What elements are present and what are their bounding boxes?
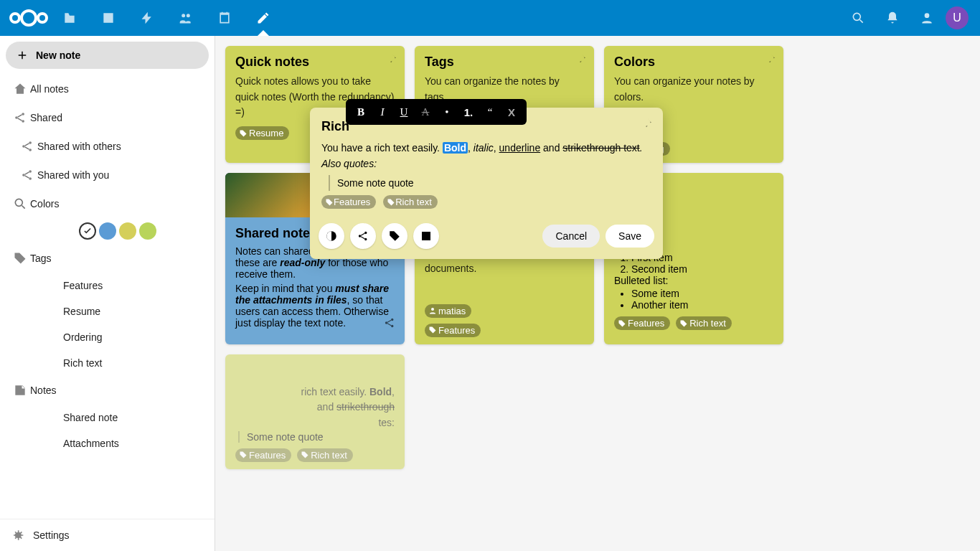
sidebar-all-notes[interactable]: All notes — [0, 75, 215, 103]
tag-chip[interactable]: Features — [425, 324, 481, 337]
svg-point-0 — [11, 14, 19, 22]
sidebar-colors[interactable]: Colors — [0, 189, 215, 218]
tag-chip[interactable]: Rich text — [383, 195, 438, 209]
contacts-menu-icon[interactable] — [911, 0, 943, 36]
list-item: Second item — [631, 263, 773, 275]
user-chip[interactable]: matias — [425, 304, 471, 318]
svg-point-18 — [431, 308, 434, 311]
nav-files[interactable] — [50, 0, 89, 36]
user-avatar[interactable]: U — [946, 6, 969, 29]
sidebar-notes[interactable]: Notes — [0, 376, 215, 405]
svg-point-9 — [29, 141, 32, 144]
search-icon[interactable] — [842, 0, 874, 36]
app-logo[interactable] — [7, 7, 50, 29]
svg-point-22 — [364, 238, 367, 240]
format-toolbar: B I U A • 1. “ X — [346, 99, 527, 125]
share-icon — [10, 110, 30, 125]
save-button[interactable]: Save — [606, 225, 654, 248]
bold-button[interactable]: B — [350, 99, 372, 125]
svg-point-17 — [391, 325, 393, 327]
strike-button[interactable]: A — [415, 99, 436, 125]
sidebar-tags[interactable]: Tags — [0, 244, 215, 273]
svg-point-11 — [22, 174, 25, 176]
sidebar-tag-richtext[interactable]: Rich text — [0, 350, 215, 376]
tag-chip[interactable]: Features — [614, 316, 670, 330]
svg-point-21 — [364, 232, 367, 234]
svg-point-12 — [29, 170, 32, 173]
tag-chip[interactable]: Features — [321, 195, 376, 209]
list-item: Another item — [631, 299, 773, 311]
sidebar-tag-features[interactable]: Features — [0, 273, 215, 298]
color-swatches — [0, 218, 215, 244]
nav-contacts[interactable] — [166, 0, 205, 36]
svg-point-8 — [22, 145, 25, 148]
quote: Some note quote — [238, 431, 395, 443]
nav-photos[interactable] — [89, 0, 128, 36]
card-body: You can organize your notes by colors. — [614, 74, 773, 105]
notifications-icon[interactable] — [877, 0, 908, 36]
nav-activity[interactable] — [128, 0, 166, 36]
nav-notes[interactable] — [244, 0, 283, 36]
tag-button[interactable] — [382, 223, 407, 249]
sidebar-tag-resume[interactable]: Resume — [0, 298, 215, 324]
card-title: Quick notes — [235, 55, 395, 70]
svg-point-4 — [925, 13, 930, 18]
card-body: rich text easily. Bold, and strikethroug… — [235, 385, 395, 431]
share-button[interactable] — [350, 223, 376, 249]
tag-chip[interactable]: Features — [235, 448, 291, 462]
sidebar-tag-ordering[interactable]: Ordering — [0, 324, 215, 350]
sidebar-shared-you[interactable]: Shared with you — [0, 161, 215, 189]
note-icon — [10, 383, 30, 397]
color-green[interactable] — [139, 222, 156, 240]
color-button[interactable] — [319, 223, 344, 249]
color-yellow[interactable] — [119, 222, 136, 240]
share-icon — [17, 139, 37, 154]
editor-body[interactable]: You have a rich text easily. Bold, itali… — [321, 140, 651, 191]
pin-icon[interactable] — [386, 53, 397, 67]
svg-point-15 — [385, 322, 387, 324]
tag-chip[interactable]: Rich text — [676, 316, 732, 330]
clear-format-button[interactable]: X — [501, 99, 522, 125]
note-editor: B I U A • 1. “ X Rich You have a rich te… — [310, 108, 663, 259]
share-icon — [383, 316, 396, 331]
ordered-list-button[interactable]: 1. — [458, 99, 479, 125]
new-note-label: New note — [36, 50, 80, 61]
svg-point-13 — [29, 177, 32, 180]
tag-icon — [10, 251, 30, 265]
pin-icon[interactable] — [641, 118, 653, 131]
pin-icon[interactable] — [575, 53, 587, 67]
svg-point-7 — [22, 120, 24, 123]
svg-point-3 — [853, 13, 860, 20]
sidebar-note-attachments[interactable]: Attachments — [0, 430, 215, 456]
italic-button[interactable]: I — [372, 99, 393, 125]
quote-button[interactable]: “ — [479, 99, 501, 125]
sidebar: New note All notes Shared Shared with ot… — [0, 36, 215, 551]
sidebar-note-shared[interactable]: Shared note — [0, 405, 215, 430]
tag-chip[interactable]: Resume — [235, 126, 289, 140]
new-note-button[interactable]: New note — [6, 42, 209, 69]
tag-chip[interactable]: Rich text — [297, 448, 353, 462]
cancel-button[interactable]: Cancel — [542, 225, 600, 248]
bullet-list-button[interactable]: • — [436, 99, 458, 125]
color-white[interactable] — [79, 222, 96, 240]
pin-icon[interactable] — [765, 53, 776, 67]
svg-point-1 — [22, 11, 36, 25]
share-icon — [17, 168, 37, 182]
svg-point-5 — [15, 116, 18, 119]
topbar: U — [0, 0, 980, 36]
editor-footer: Cancel Save — [310, 217, 663, 259]
svg-point-20 — [359, 235, 361, 237]
sidebar-shared[interactable]: Shared — [0, 103, 215, 132]
underline-button[interactable]: U — [393, 99, 415, 125]
label: Bulleted list: — [614, 275, 773, 286]
home-icon — [10, 82, 30, 96]
editor-tags: Features Rich text — [321, 195, 651, 209]
card-body: Keep in mind that you must share the att… — [235, 283, 395, 329]
sidebar-settings[interactable]: Settings — [0, 519, 215, 551]
card-richtext-bg[interactable]: rich text easily. Bold, and strikethroug… — [225, 354, 405, 469]
sidebar-shared-others[interactable]: Shared with others — [0, 132, 215, 161]
nav-calendar[interactable] — [205, 0, 244, 36]
image-button[interactable] — [413, 223, 439, 249]
color-blue[interactable] — [99, 222, 116, 240]
search-icon — [10, 197, 30, 211]
